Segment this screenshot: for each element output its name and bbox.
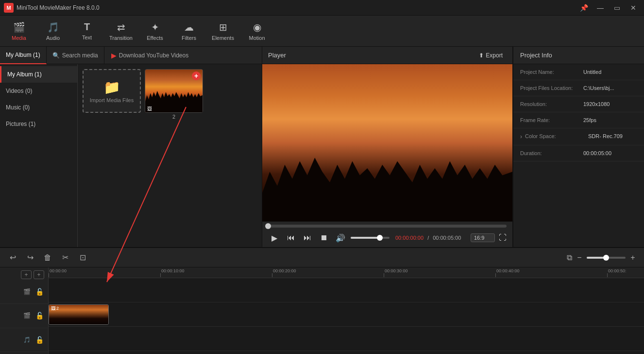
- next-frame-button[interactable]: ⏭: [301, 231, 314, 244]
- sidebar-item-myalbum[interactable]: My Album (1): [0, 66, 77, 83]
- aspect-ratio-select[interactable]: 16:9 4:3 1:1: [471, 233, 495, 242]
- audio-icon: 🎵: [47, 21, 59, 33]
- volume-button[interactable]: 🔊: [334, 231, 347, 244]
- toolbar-elements-label: Elements: [212, 35, 234, 41]
- export-button[interactable]: ⬆ Export: [475, 50, 507, 61]
- time-current: 00:00:00:00: [395, 235, 424, 241]
- titlebar: M MiniTool MovieMaker Free 8.0.0 📌 — ▭ ✕: [0, 0, 644, 16]
- sidebar-pictures-label: Pictures (1): [6, 121, 35, 127]
- timeline-tracks: 00:00:00 00:00:10:00 00:00:20:00 00:00:3…: [49, 267, 644, 354]
- toolbar-text[interactable]: T Text: [70, 17, 104, 45]
- timeline-left-controls: + + 🎬 🔓 🎬 🔓 🎵 🔓: [0, 267, 49, 354]
- ruler-text-3: 00:00:30:00: [384, 268, 408, 273]
- tab-myalbum[interactable]: My Album (1): [0, 47, 47, 64]
- track-lane-empty: [49, 278, 644, 302]
- sidebar: My Album (1) Videos (0) Music (0) Pictur…: [0, 64, 78, 247]
- toolbar-effects[interactable]: ✦ Effects: [138, 17, 172, 45]
- maximize-button[interactable]: ▭: [610, 2, 624, 13]
- toolbar-audio[interactable]: 🎵 Audio: [36, 17, 70, 45]
- project-name-label: Project Name:: [520, 69, 583, 75]
- pin-button[interactable]: 📌: [577, 2, 591, 13]
- toolbar-media[interactable]: 🎬 Media: [2, 17, 36, 45]
- add-to-timeline-btn[interactable]: +: [192, 71, 201, 80]
- video-preview: [262, 64, 512, 221]
- toolbar-audio-label: Audio: [46, 35, 60, 41]
- track-lane-audio: [49, 327, 644, 351]
- project-location-value: C:\Users\bj...: [583, 85, 637, 91]
- ruler-line-1: [160, 273, 161, 277]
- toolbar-transition[interactable]: ⇄ Transition: [104, 17, 138, 45]
- ruler-line-0: [49, 273, 49, 277]
- redo-button[interactable]: ↪: [23, 251, 37, 265]
- project-name-value: Untitled: [583, 69, 637, 75]
- player-title: Player: [268, 52, 475, 59]
- close-button[interactable]: ✕: [627, 2, 640, 13]
- transition-icon: ⇄: [117, 21, 125, 33]
- track-add-row: + +: [0, 269, 48, 280]
- project-info-header: Project Info: [513, 47, 644, 64]
- music-track-lock[interactable]: 🔓: [34, 335, 44, 345]
- crop-button[interactable]: ⊡: [76, 251, 89, 265]
- add-audio-track-button[interactable]: +: [34, 270, 44, 279]
- toolbar-motion[interactable]: ◉ Motion: [240, 17, 274, 45]
- progress-bar[interactable]: [268, 225, 507, 228]
- project-info-title: Project Info: [520, 52, 552, 59]
- sidebar-item-pictures[interactable]: Pictures (1): [0, 116, 77, 132]
- zoom-slider[interactable]: [587, 257, 626, 259]
- prev-frame-button[interactable]: ⏮: [285, 231, 297, 244]
- ruler-mark-3: 00:00:30:00: [384, 268, 408, 277]
- tab-download[interactable]: ▶ Download YouTube Videos: [104, 47, 195, 64]
- timeline-clip[interactable]: 🖼 2: [49, 304, 109, 325]
- music-track-control: 🎵 🔓: [0, 328, 48, 352]
- toolbar-filters-label: Filters: [182, 35, 196, 41]
- colorspace-value: SDR- Rec.709: [588, 133, 637, 139]
- ruler-text-5: 00:00:50:: [607, 268, 627, 273]
- volume-dot: [377, 235, 383, 241]
- resolution-value: 1920x1080: [583, 101, 637, 107]
- delete-button[interactable]: 🗑: [41, 251, 54, 265]
- info-row-duration: Duration: 00:00:05:00: [513, 145, 644, 161]
- info-row-resolution: Resolution: 1920x1080: [513, 96, 644, 112]
- progress-dot[interactable]: [265, 223, 271, 229]
- media-thumbnail[interactable]: 🖼 +: [145, 69, 203, 113]
- player-header: Player ⬆ Export: [262, 47, 512, 64]
- ruler-mark-4: 00:00:40:00: [495, 268, 520, 277]
- undo-button[interactable]: ↩: [6, 251, 19, 265]
- zoom-in-button[interactable]: +: [627, 252, 638, 263]
- video-track-lock[interactable]: 🔓: [34, 287, 44, 297]
- export-label: Export: [486, 52, 503, 59]
- media-icon: 🎬: [13, 21, 25, 33]
- audio-track-lock[interactable]: 🔓: [34, 311, 44, 320]
- import-label: Import Media Files: [90, 97, 134, 103]
- tracks-container: 🖼 2: [49, 278, 644, 351]
- import-media-box[interactable]: 📁 Import Media Files: [83, 69, 141, 113]
- sidebar-item-music[interactable]: Music (0): [0, 99, 77, 116]
- sidebar-myalbum-label: My Album (1): [7, 71, 42, 78]
- clip-image-icon: 🖼: [51, 306, 55, 311]
- player-controls: ▶ ⏮ ⏭ ⏹ 🔊 00:00:00:00 / 00:00:05:00 16:9…: [262, 221, 512, 247]
- sidebar-item-videos[interactable]: Videos (0): [0, 83, 77, 99]
- toolbar-elements[interactable]: ⊞ Elements: [206, 17, 240, 45]
- play-button[interactable]: ▶: [268, 231, 281, 244]
- zoom-controls: ⧉ − +: [567, 252, 638, 263]
- fullscreen-button[interactable]: ⛶: [499, 233, 507, 242]
- colorspace-arrow[interactable]: ›: [520, 133, 522, 140]
- minimize-button[interactable]: —: [593, 2, 607, 13]
- project-location-label: Project Files Location:: [520, 85, 583, 91]
- volume-slider[interactable]: [351, 237, 390, 239]
- toolbar-filters[interactable]: ☁ Filters: [172, 17, 206, 45]
- toolbar: 🎬 Media 🎵 Audio T Text ⇄ Transition ✦ Ef…: [0, 16, 644, 47]
- video-track-control: 🎬 🔓: [0, 280, 48, 304]
- ruler-line-4: [495, 273, 496, 277]
- cut-button[interactable]: ✂: [58, 251, 72, 265]
- zoom-icon: ⧉: [567, 253, 572, 262]
- zoom-out-button[interactable]: −: [574, 252, 585, 263]
- tab-search[interactable]: 🔍 Search media: [47, 47, 104, 64]
- stop-button[interactable]: ⏹: [318, 231, 330, 244]
- time-separator: /: [427, 235, 429, 241]
- framerate-value: 25fps: [583, 117, 637, 123]
- time-total: 00:00:05:00: [433, 235, 461, 241]
- add-video-track-button[interactable]: +: [21, 270, 32, 279]
- media-item-number: 2: [172, 114, 175, 120]
- elements-icon: ⊞: [219, 21, 227, 33]
